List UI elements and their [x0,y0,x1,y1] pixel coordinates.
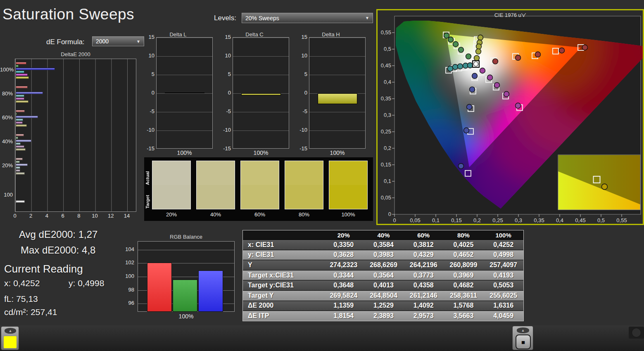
table-row-label: ΔE ITP [243,311,323,321]
rgb-bar-blue [198,270,223,312]
table-cell: 2,3893 [364,311,404,321]
table-cell: 1,4092 [404,301,444,311]
rgb-y-tick-label: 100 [122,273,134,279]
cie-measured-point-green [466,54,471,59]
deltae2000-y-axis: 100%80%60%40%20%100 [0,59,14,212]
rgb-y-tick-label: 104 [122,246,134,252]
table-row: ΔE 20001,13591,25291,40921,57681,6316 [243,301,523,311]
swatch-label: 80% [285,211,323,218]
cie-y-tick-label: 0,2 [384,145,391,151]
table-cell: 2,9573 [404,311,444,321]
cie-measured-point-green [459,47,464,52]
rgb-balance-chart [138,241,235,312]
delta_c-y-tick: -10 [219,127,231,133]
de-formula-label: dE Formula: [46,38,85,46]
collapse-up-icon[interactable]: ▲ [5,328,16,334]
cie-measured-point-magenta [487,75,493,80]
deltae-bar-magenta [16,97,24,100]
cie-y-tick-label: 0,05 [381,194,391,201]
deltae-bar-green [16,137,18,139]
deltae-x-tick: 2 [27,213,35,219]
deltae-bar-red [16,158,23,160]
deltae-bar-yellow [16,100,29,103]
table-row: Target y:CIE310,36480,40130,43580,46820,… [243,280,523,290]
cie-measured-point-green [453,42,459,47]
deltae-bar-green [16,89,17,91]
swatch-actual [241,161,279,185]
cie-measured-point-green [444,33,449,38]
cie-measured-point-magenta [494,83,500,88]
deltae-bar-cyan [16,166,20,169]
cie-x-tick-label: 0,5 [597,217,605,223]
swatch-actual [197,161,235,185]
deltae-bar-yellow [16,76,29,79]
deltae-bar-green [16,65,19,67]
cie-x-tick-label: 0,25 [492,217,503,223]
deltae-bar-cyan [16,95,24,97]
swatch-label: 20% [152,211,191,218]
deltae-group-label: 100 [0,192,13,198]
deltae-x-tick: 14 [123,213,131,219]
sample-swatch [285,161,323,209]
delta_c-y-tick: 0 [219,90,231,96]
delta_l-y-tick: 0 [143,90,154,96]
deltae-bar-blue [16,140,31,142]
delta_l-bar [165,92,204,93]
measurement-table: 20%40%60%80%100%x: CIE310,33500,35840,38… [242,230,524,321]
de-formula-dropdown[interactable]: 2000 ▼ [92,36,144,46]
cie-x-tick-label: 0,1 [432,217,440,223]
cie-measured-point-blue [459,164,464,169]
delta_h-plot [309,37,366,149]
deltae-x-tick: 6 [59,213,67,219]
delta_c-y-tick: -15 [219,145,231,152]
levels-dropdown[interactable]: 20% Sweeps ▼ [242,13,373,23]
delta_h-x-label: 100% [309,149,366,156]
delta_h-y-tick: 15 [295,34,307,40]
deltae-bar-magenta [16,145,24,148]
rgb-y-tick-label: 96 [122,300,134,306]
delta_h-y-tick: 0 [295,90,307,96]
deltae-bar-magenta [16,74,28,76]
deltae-group-label: 60% [0,114,13,121]
rgb-bar-green [173,280,197,312]
table-header-col: 100% [483,230,523,240]
cie-x-tick-label: 0,3 [515,217,522,223]
pattern-window-button[interactable]: ■ [516,334,531,349]
table-cell: 0,4252 [483,240,523,250]
table-cell: 260,8099 [444,260,484,270]
deltae2000-chart-title: DeltaE 2000 [15,51,136,57]
table-cell: 0,4652 [444,250,484,260]
table-row: x: CIE310,33500,35840,38120,40250,4252 [243,240,523,250]
cie-1976-diagram: 00,050,10,150,20,250,30,350,40,450,50,55… [378,10,643,224]
deltae-bar-cyan [16,142,21,145]
table-row: Y274,2323268,6269264,2196260,8099257,409… [243,260,523,270]
deltae-x-tick: 12 [107,213,115,219]
swatch-label: 60% [240,211,279,218]
table-row-label: Target Y [243,291,323,301]
delta_h-y-tick: -10 [295,127,307,133]
table-cell: 257,4097 [483,260,523,270]
table-cell: 264,8504 [364,291,404,301]
table-cell: 0,3983 [364,250,404,260]
cie-measured-point-cyan [468,63,473,68]
current-color-panel: ▲ [1,326,19,350]
inactive-slot [629,327,644,339]
sample-swatch [240,161,279,209]
delta_c-y-tick: 15 [219,34,231,40]
swatch-actual [285,161,323,185]
rgb-y-tick-label: 102 [122,259,134,266]
delta_c-bar [241,93,281,95]
table-cell: 0,4998 [483,250,523,260]
table-row-label: Target y:CIE31 [243,280,323,290]
table-cell: 0,3584 [364,240,404,250]
table-row-label: x: CIE31 [243,240,323,250]
sample-swatch [196,161,235,209]
collapse-up-icon[interactable]: ▲ [517,327,529,333]
deltae-bar-red [16,110,25,112]
bottom-bar: ▲ 20%40%60%80%100% ▲ ■ ■▶[··]∞↻ « Back N… [0,325,644,351]
cie-y-tick-label: 0,1 [384,178,391,184]
deltae-bar-blue [16,164,28,166]
delta_l-y-tick: -15 [143,145,154,152]
table-header-col: 80% [444,230,484,240]
swatch-target [241,185,279,209]
